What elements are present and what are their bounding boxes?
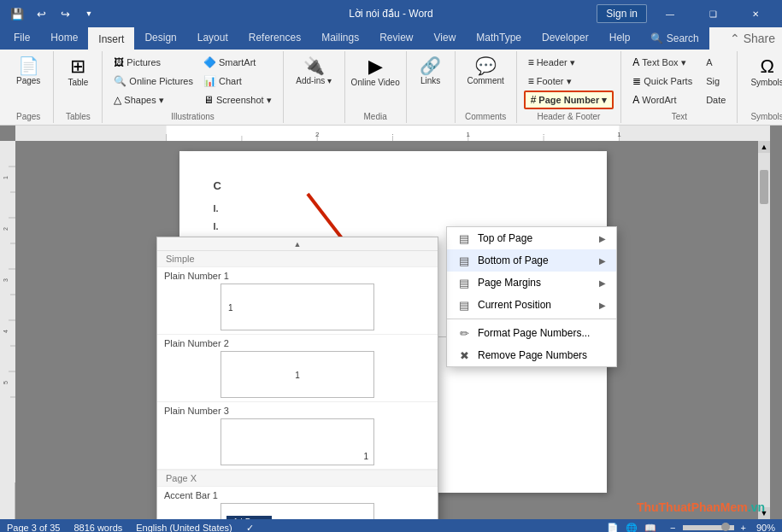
- proofing-icon: ✓: [246, 523, 254, 533]
- tab-mailings[interactable]: Mailings: [311, 27, 369, 50]
- online-pictures-button[interactable]: 🔍 Online Pictures: [109, 72, 197, 91]
- preview-plain-number-2[interactable]: Plain Number 2 1: [157, 335, 438, 402]
- dropcap-button[interactable]: A: [702, 53, 730, 72]
- scroll-thumb[interactable]: [760, 170, 768, 204]
- links-button[interactable]: 🔗 Links: [414, 53, 448, 90]
- tab-developer[interactable]: Developer: [532, 27, 599, 50]
- tab-insert[interactable]: Insert: [88, 27, 134, 50]
- tab-file[interactable]: File: [3, 27, 40, 50]
- header-button[interactable]: ≡ Header ▾: [524, 53, 614, 72]
- watermark-green: .vn: [748, 500, 765, 514]
- zoom-out-btn[interactable]: −: [670, 523, 675, 532]
- save-icon[interactable]: 💾: [7, 3, 27, 24]
- tab-design[interactable]: Design: [134, 27, 186, 50]
- zoom-in-btn[interactable]: +: [741, 523, 746, 532]
- pages-button[interactable]: 📄 Pages: [10, 53, 46, 90]
- view-web-btn[interactable]: 🌐: [626, 523, 638, 533]
- tab-review[interactable]: Review: [369, 27, 423, 50]
- view-focus-btn[interactable]: 📖: [644, 523, 656, 533]
- group-addins: 🔌 Add-ins ▾: [284, 51, 345, 123]
- tab-search[interactable]: 🔍 Search: [640, 27, 709, 50]
- smartart-button[interactable]: 🔷 SmartArt: [199, 53, 276, 72]
- close-window-button[interactable]: ✕: [736, 0, 775, 27]
- page-count: Page 3 of 35: [7, 523, 60, 533]
- format-numbers-icon: ✏: [457, 326, 471, 340]
- svg-text:1: 1: [3, 176, 9, 179]
- dropdown-format-numbers[interactable]: ✏ Format Page Numbers...: [447, 322, 616, 344]
- comment-button[interactable]: 💬 Comment: [462, 53, 509, 90]
- svg-text:·: ·: [543, 131, 544, 138]
- plain-number-1-preview: 1: [220, 284, 374, 330]
- links-icon: 🔗: [420, 57, 441, 74]
- submenu-section-page-x: Page X: [157, 470, 438, 487]
- view-print-btn[interactable]: 📄: [607, 523, 619, 533]
- undo-icon[interactable]: ↩: [31, 3, 51, 24]
- tab-help[interactable]: Help: [599, 27, 641, 50]
- dropdown-page-margins[interactable]: ▤ Page Margins ▶: [447, 272, 616, 294]
- dropdown-current-position[interactable]: ▤ Current Position ▶: [447, 294, 616, 316]
- plain-number-2-label: Plain Number 2: [164, 338, 431, 348]
- heading-text: C: [214, 179, 221, 192]
- tab-references[interactable]: References: [238, 27, 311, 50]
- minimize-button[interactable]: —: [650, 0, 690, 27]
- page-number-button[interactable]: # Page Number ▾: [524, 91, 614, 109]
- preview-accent-bar-1[interactable]: Accent Bar 1 1 | Page: [157, 487, 438, 519]
- addins-button[interactable]: 🔌 Add-ins ▾: [291, 53, 338, 90]
- zoom-level[interactable]: 90%: [756, 523, 775, 532]
- tab-mathtype[interactable]: MathType: [466, 27, 532, 50]
- svg-text:3: 3: [3, 278, 9, 282]
- app-title: Lời nói đầu - Word: [349, 8, 433, 20]
- textbox-button[interactable]: A Text Box ▾: [628, 53, 697, 72]
- online-pictures-icon: 🔍: [114, 75, 126, 87]
- group-header-footer: ≡ Header ▾ ≡ Footer ▾ # Page Number ▾ He…: [517, 51, 622, 123]
- quick-parts-button[interactable]: ≣ Quick Parts: [628, 72, 697, 91]
- ribbon-tabs: File Home Insert Design Layout Reference…: [0, 27, 782, 50]
- vertical-scrollbar[interactable]: ▲ ▼: [758, 141, 770, 519]
- svg-text:2: 2: [315, 131, 320, 138]
- scroll-up-btn[interactable]: ▲: [758, 141, 770, 153]
- svg-text:5: 5: [3, 381, 9, 384]
- preview-plain-number-3[interactable]: Plain Number 3 1: [157, 402, 438, 470]
- smartart-icon: 🔷: [203, 56, 216, 68]
- date-button[interactable]: Date: [702, 91, 730, 109]
- dropdown-remove-numbers[interactable]: ✖ Remove Page Numbers: [447, 344, 616, 366]
- accent-bar-1-label: Accent Bar 1: [164, 490, 431, 500]
- chart-icon: 📊: [203, 75, 216, 87]
- footer-icon: ≡: [528, 75, 534, 87]
- restore-button[interactable]: ❑: [693, 0, 732, 27]
- dropdown-separator-1: [447, 319, 616, 319]
- page-number-dropdown: ▤ Top of Page ▶ ▤ Bottom of Page ▶ ▤ Pag…: [446, 226, 617, 367]
- footer-button[interactable]: ≡ Footer ▾: [524, 72, 614, 91]
- submenu-scroll-up[interactable]: ▲: [157, 237, 438, 251]
- addins-icon: 🔌: [303, 57, 325, 74]
- dropdown-top-of-page[interactable]: ▤ Top of Page ▶: [447, 227, 616, 249]
- zoom-thumb: [721, 523, 730, 531]
- comment-icon: 💬: [475, 57, 497, 74]
- tab-view[interactable]: View: [424, 27, 467, 50]
- preview-plain-number-1[interactable]: Plain Number 1 1: [157, 267, 438, 335]
- screenshot-button[interactable]: 🖥 Screenshot ▾: [199, 91, 276, 109]
- wordart-button[interactable]: A WordArt: [628, 91, 697, 109]
- table-button[interactable]: ⊞ Table: [61, 53, 95, 91]
- signature-button[interactable]: Sig: [702, 72, 730, 91]
- submenu-section-simple: Simple: [157, 251, 438, 267]
- online-video-icon: ▶: [368, 57, 383, 76]
- share-btn[interactable]: Share: [744, 32, 775, 45]
- customize-icon[interactable]: ▼: [79, 3, 99, 24]
- tab-layout[interactable]: Layout: [187, 27, 238, 50]
- bottom-of-page-icon: ▤: [457, 254, 471, 267]
- remove-numbers-icon: ✖: [457, 348, 471, 362]
- chart-button[interactable]: 📊 Chart: [199, 72, 276, 91]
- dropdown-bottom-of-page[interactable]: ▤ Bottom of Page ▶: [447, 249, 616, 272]
- zoom-slider[interactable]: [683, 525, 734, 530]
- ribbon-collapse-btn[interactable]: ⌃: [730, 32, 740, 45]
- pictures-button[interactable]: 🖼 Pictures: [109, 53, 197, 72]
- online-video-button[interactable]: ▶ Online Video: [352, 53, 399, 91]
- shapes-button[interactable]: △ Shapes ▾: [109, 91, 197, 109]
- tab-home[interactable]: Home: [40, 27, 88, 50]
- redo-icon[interactable]: ↪: [55, 3, 75, 24]
- sign-in-button[interactable]: Sign in: [597, 4, 647, 23]
- current-position-icon: ▤: [457, 298, 471, 312]
- symbols-button[interactable]: Ω Symbols: [744, 53, 782, 91]
- plain-number-3-preview: 1: [220, 418, 374, 465]
